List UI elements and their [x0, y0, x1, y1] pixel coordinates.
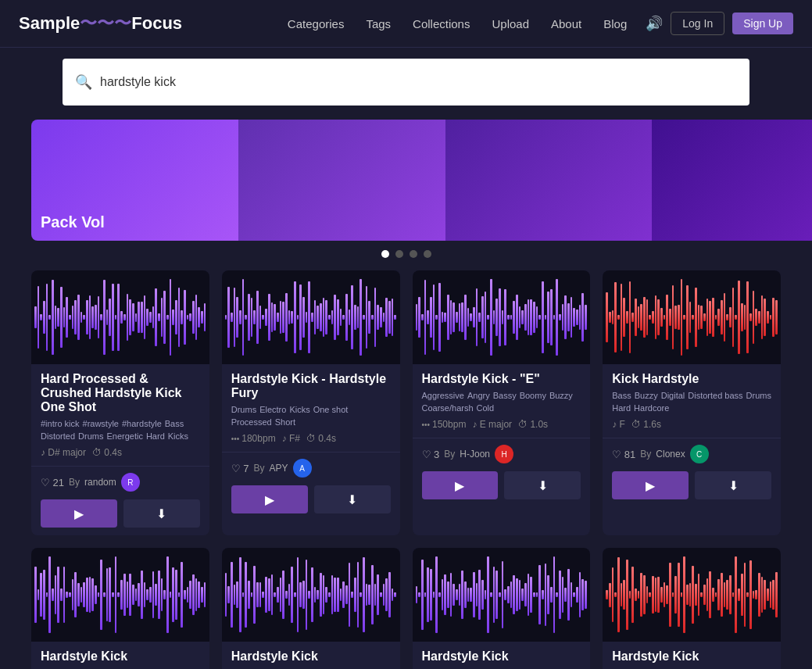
dot-1[interactable]	[381, 250, 389, 258]
dot-2[interactable]	[395, 250, 403, 258]
nav-blog[interactable]: Blog	[603, 17, 627, 30]
author-name[interactable]: Clonex	[656, 449, 685, 460]
carousel-dots	[0, 250, 812, 258]
tag[interactable]: Coarse/harsh	[422, 403, 474, 413]
tag[interactable]: One shot	[313, 405, 349, 414]
tag[interactable]: Electro	[259, 405, 286, 414]
carousel-item-1[interactable]: Pack Vol	[31, 120, 238, 241]
avatar: R	[121, 473, 140, 492]
sample-card: Hardstyle Kick BassCoarse/harshDrumsDryH…	[413, 548, 591, 669]
download-button[interactable]: ⬇	[504, 471, 581, 499]
tag[interactable]: Digital	[661, 391, 685, 400]
tag[interactable]: Angry	[467, 391, 490, 400]
tag[interactable]: Distorted bass	[688, 391, 742, 400]
tag[interactable]: Drums	[746, 391, 771, 400]
tag[interactable]: #hardstyle	[122, 419, 162, 428]
play-button[interactable]: ▶	[41, 499, 117, 528]
card-meta: ♪ F⏱ 1.6s	[612, 419, 771, 430]
tag[interactable]: Hard	[612, 403, 631, 413]
waveform[interactable]	[31, 270, 209, 364]
sample-card: Hardstyle Kick BassCoarse/harshDrumsHard…	[222, 548, 400, 669]
nav-categories[interactable]: Categories	[288, 17, 345, 30]
sample-card: Hardstyle Kick - Hardstyle Fury DrumsEle…	[222, 270, 400, 535]
tag[interactable]: Cold	[477, 403, 495, 413]
download-button[interactable]: ⬇	[123, 499, 200, 528]
sample-card: Hard Processed & Crushed Hardstyle Kick …	[31, 270, 209, 535]
avatar: H	[495, 445, 513, 463]
duration-meta: ⏱ 1.6s	[631, 419, 661, 430]
tag[interactable]: Drums	[78, 431, 103, 441]
play-button[interactable]: ▶	[231, 485, 308, 513]
tag[interactable]: Bass	[612, 391, 631, 400]
download-button[interactable]: ⬇	[695, 471, 771, 499]
volume-icon[interactable]: 🔊	[646, 15, 663, 32]
footer-left: ♡ 7 By APY A	[231, 459, 312, 478]
carousel-item-3[interactable]	[445, 120, 653, 241]
download-button[interactable]: ⬇	[314, 485, 391, 513]
waveform[interactable]	[413, 548, 591, 642]
by-label: By	[254, 463, 265, 474]
dot-3[interactable]	[410, 250, 417, 258]
play-button[interactable]: ▶	[612, 471, 689, 499]
tag[interactable]: Buzzy	[549, 391, 573, 400]
action-row: ▶ ⬇	[413, 471, 591, 507]
like-button[interactable]: ♡ 7	[231, 463, 249, 474]
tag[interactable]: Bassy	[493, 391, 517, 400]
search-input[interactable]	[100, 75, 737, 89]
bpm-meta: ••• 150bpm	[422, 419, 467, 430]
waveform[interactable]	[413, 270, 591, 364]
samples-grid: Hard Processed & Crushed Hardstyle Kick …	[0, 270, 812, 669]
nav-actions: 🔊 Log In Sign Up	[646, 12, 793, 35]
tag[interactable]: Processed	[231, 417, 272, 427]
tag[interactable]: Kicks	[168, 431, 188, 441]
signup-button[interactable]: Sign Up	[732, 13, 793, 34]
footer-left: ♡ 81 By Clonex C	[612, 445, 708, 463]
tag[interactable]: Bass	[165, 419, 184, 428]
tag[interactable]: Distorted	[41, 431, 75, 441]
tag[interactable]: Hard	[146, 431, 165, 441]
card-body: Hardstyle Kick - "E" AggressiveAngryBass…	[413, 364, 591, 438]
waveform[interactable]	[31, 548, 209, 642]
waveform[interactable]	[603, 548, 781, 642]
login-button[interactable]: Log In	[671, 12, 724, 35]
waveform[interactable]	[222, 270, 400, 364]
search-container: 🔍	[63, 59, 749, 106]
bpm-meta: ••• 180bpm	[231, 433, 276, 444]
like-button[interactable]: ♡ 3	[422, 449, 440, 460]
carousel-item-1-label: Pack Vol	[41, 213, 105, 231]
tag[interactable]: Drums	[231, 405, 256, 414]
author-name[interactable]: random	[84, 477, 116, 488]
nav-tags[interactable]: Tags	[366, 17, 391, 30]
sample-card: Hardstyle Kick - "E" AggressiveAngryBass…	[413, 270, 591, 535]
nav-collections[interactable]: Collections	[413, 17, 470, 30]
nav-about[interactable]: About	[551, 17, 581, 30]
tag[interactable]: Buzzy	[635, 391, 658, 400]
card-title: Hardstyle Kick - Hardstyle Fury	[231, 372, 391, 400]
tags-container: DrumsElectroKicksOne shotProcessedShort	[231, 405, 391, 427]
card-body: Hard Processed & Crushed Hardstyle Kick …	[31, 364, 209, 466]
dot-4[interactable]	[424, 250, 431, 258]
tags-container: #intro kick#rawstyle#hardstyleBassDistor…	[41, 419, 200, 441]
card-title: Hardstyle Kick	[612, 649, 771, 664]
tag[interactable]: Hardcore	[634, 403, 669, 413]
tag[interactable]: #intro kick	[41, 419, 80, 428]
author-name[interactable]: APY	[270, 463, 288, 474]
carousel-item-4[interactable]	[652, 120, 812, 241]
tag[interactable]: Aggressive	[422, 391, 464, 400]
carousel-item-2[interactable]	[238, 120, 445, 241]
waveform[interactable]	[222, 548, 400, 642]
key-meta: ♪ E major	[472, 419, 512, 430]
like-button[interactable]: ♡ 21	[41, 477, 64, 488]
nav-upload[interactable]: Upload	[492, 17, 529, 30]
author-name[interactable]: H-Joon	[460, 449, 490, 460]
tag[interactable]: Kicks	[289, 405, 309, 414]
waveform[interactable]	[603, 270, 781, 364]
play-button[interactable]: ▶	[422, 471, 499, 499]
tag[interactable]: #rawstyle	[83, 419, 119, 428]
tag[interactable]: Energetic	[106, 431, 142, 441]
like-button[interactable]: ♡ 81	[612, 449, 635, 460]
tag[interactable]: Short	[275, 417, 295, 427]
logo[interactable]: Sample〜〜〜Focus	[19, 12, 182, 35]
navbar: Sample〜〜〜Focus Categories Tags Collectio…	[0, 0, 812, 48]
tag[interactable]: Boomy	[520, 391, 546, 400]
